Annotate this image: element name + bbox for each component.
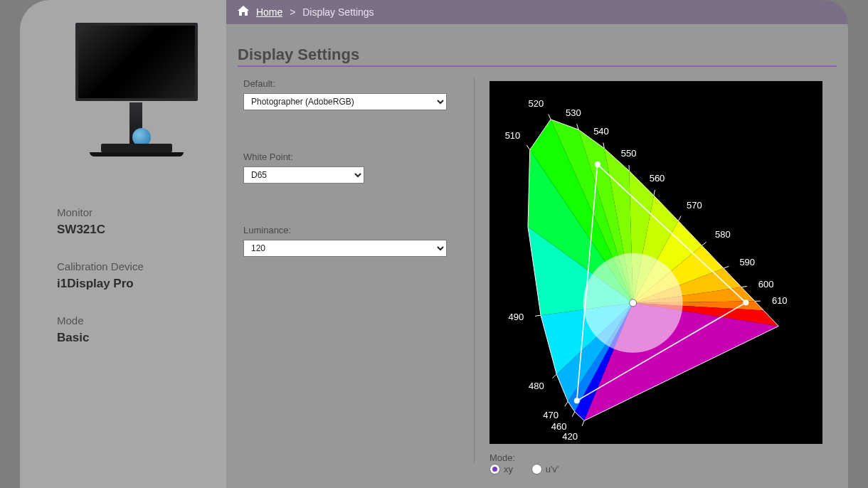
svg-text:590: 590 xyxy=(739,257,755,267)
mode-value: Basic xyxy=(57,331,89,345)
svg-line-33 xyxy=(724,266,729,268)
svg-text:610: 610 xyxy=(772,295,788,306)
page-title: Display Settings xyxy=(238,46,359,64)
calibration-device-value: i1Display Pro xyxy=(57,277,144,291)
svg-text:460: 460 xyxy=(551,421,567,432)
svg-text:600: 600 xyxy=(758,279,774,290)
svg-text:480: 480 xyxy=(529,381,544,391)
svg-point-38 xyxy=(595,161,600,167)
svg-line-25 xyxy=(526,145,529,150)
svg-line-22 xyxy=(565,401,568,406)
content-pane: Home > Display Settings Display Settings… xyxy=(226,0,848,488)
svg-line-32 xyxy=(702,242,706,245)
chart-mode-label: Mode: xyxy=(489,452,515,463)
svg-text:470: 470 xyxy=(543,410,559,420)
svg-text:550: 550 xyxy=(621,148,637,159)
svg-text:530: 530 xyxy=(566,107,581,118)
chromaticity-diagram-panel: 4204604704804905105205305405505605705805… xyxy=(489,81,822,444)
whitepoint-select[interactable]: D65 xyxy=(243,166,364,184)
svg-point-40 xyxy=(630,299,637,307)
svg-line-23 xyxy=(552,374,556,378)
breadcrumb-current: Display Settings xyxy=(302,6,374,18)
svg-line-24 xyxy=(535,315,541,316)
default-label: Default: xyxy=(243,78,464,89)
chart-mode-radio-xy[interactable]: xy xyxy=(489,463,513,474)
svg-line-34 xyxy=(741,286,747,287)
vertical-divider xyxy=(474,78,475,462)
title-underline xyxy=(238,65,837,67)
chromaticity-diagram: 4204604704804905105205305405505605705805… xyxy=(489,81,822,444)
breadcrumb-home-link[interactable]: Home xyxy=(256,6,282,18)
luminance-select[interactable]: 120 xyxy=(243,240,447,257)
svg-text:490: 490 xyxy=(509,312,524,322)
radio-label: u'v' xyxy=(546,464,559,474)
svg-line-26 xyxy=(549,115,551,120)
sidebar: Monitor SW321C Calibration Device i1Disp… xyxy=(20,0,226,488)
svg-text:510: 510 xyxy=(505,130,521,141)
breadcrumb: Home > Display Settings xyxy=(226,0,848,24)
breadcrumb-separator: > xyxy=(290,6,295,18)
svg-text:520: 520 xyxy=(529,98,544,109)
svg-line-20 xyxy=(582,420,584,425)
svg-point-39 xyxy=(574,398,580,403)
radio-icon xyxy=(489,464,500,474)
svg-point-37 xyxy=(743,299,748,305)
svg-line-31 xyxy=(678,216,681,221)
chart-mode-radio-uv[interactable]: u'v' xyxy=(531,463,559,474)
svg-text:570: 570 xyxy=(687,200,702,211)
default-select[interactable]: Photographer (AdobeRGB) xyxy=(243,93,447,110)
radio-label: xy xyxy=(504,464,513,474)
monitor-illustration xyxy=(75,23,198,175)
home-icon xyxy=(238,0,249,24)
monitor-label: Monitor xyxy=(57,206,105,218)
whitepoint-label: White Point: xyxy=(243,152,464,162)
mode-label: Mode xyxy=(57,314,89,327)
radio-icon xyxy=(531,464,542,474)
svg-text:540: 540 xyxy=(593,126,609,137)
svg-line-30 xyxy=(654,190,655,196)
calibration-device-label: Calibration Device xyxy=(57,260,144,272)
svg-text:560: 560 xyxy=(650,173,665,184)
monitor-value: SW321C xyxy=(57,223,105,237)
svg-text:580: 580 xyxy=(715,229,731,240)
luminance-label: Luminance: xyxy=(243,225,464,235)
svg-text:420: 420 xyxy=(562,431,578,442)
svg-line-21 xyxy=(572,412,575,417)
settings-form: Default: Photographer (AdobeRGB) White P… xyxy=(243,78,464,257)
